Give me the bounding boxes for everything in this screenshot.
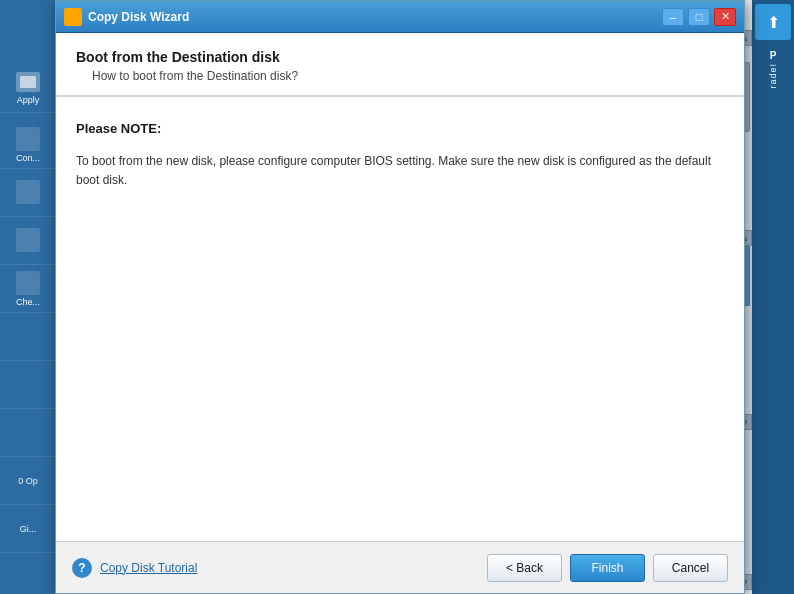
sidebar-item-apply[interactable]: Apply bbox=[0, 65, 56, 113]
sidebar-item-check4[interactable] bbox=[0, 409, 56, 457]
sidebar-item-clean2[interactable] bbox=[0, 217, 56, 265]
help-icon[interactable]: ? bbox=[72, 558, 92, 578]
dialog-titlebar: ⚙ Copy Disk Wizard – □ ✕ bbox=[56, 1, 744, 33]
sidebar-ops-label: 0 Op bbox=[18, 476, 38, 486]
footer-buttons: < Back Finish Cancel bbox=[487, 554, 728, 582]
finish-button[interactable]: Finish bbox=[570, 554, 645, 582]
cancel-button[interactable]: Cancel bbox=[653, 554, 728, 582]
header-subtitle: How to boot from the Destination disk? bbox=[76, 69, 724, 83]
minimize-button[interactable]: – bbox=[662, 8, 684, 26]
dialog-footer: ? Copy Disk Tutorial < Back Finish Cance… bbox=[56, 541, 744, 593]
sidebar-item-ops[interactable]: 0 Op bbox=[0, 457, 56, 505]
sidebar-gi-label: Gi... bbox=[20, 524, 37, 534]
titlebar-buttons: – □ ✕ bbox=[662, 8, 736, 26]
dialog-body: Please NOTE: To boot from the new disk, … bbox=[56, 97, 744, 541]
sidebar-item-clean[interactable] bbox=[0, 169, 56, 217]
close-button[interactable]: ✕ bbox=[714, 8, 736, 26]
dialog-title: Copy Disk Wizard bbox=[88, 10, 662, 24]
note-text: To boot from the new disk, please config… bbox=[76, 152, 724, 190]
sidebar: Apply Con... Che... 0 Op Gi... bbox=[0, 0, 56, 594]
sidebar-check-label: Che... bbox=[16, 297, 40, 307]
sidebar-item-convert[interactable]: Con... bbox=[0, 121, 56, 169]
footer-left: ? Copy Disk Tutorial bbox=[72, 558, 487, 578]
sidebar-item-check2[interactable] bbox=[0, 313, 56, 361]
back-button[interactable]: < Back bbox=[487, 554, 562, 582]
copy-disk-wizard-dialog: ⚙ Copy Disk Wizard – □ ✕ Boot from the D… bbox=[55, 0, 745, 594]
upgrade-text: rade! bbox=[768, 63, 778, 89]
sidebar-convert-label: Con... bbox=[16, 153, 40, 163]
sidebar-apply-label: Apply bbox=[17, 95, 40, 105]
maximize-button[interactable]: □ bbox=[688, 8, 710, 26]
sidebar-item-gi[interactable]: Gi... bbox=[0, 505, 56, 553]
wizard-icon: ⚙ bbox=[64, 8, 82, 26]
sidebar-item-check[interactable]: Che... bbox=[0, 265, 56, 313]
upgrade-label: P bbox=[770, 50, 777, 61]
upgrade-btn-icon[interactable]: ⬆ bbox=[755, 4, 791, 40]
note-heading: Please NOTE: bbox=[76, 121, 724, 136]
dialog-header: Boot from the Destination disk How to bo… bbox=[56, 33, 744, 96]
header-title: Boot from the Destination disk bbox=[76, 49, 724, 65]
sidebar-item-check3[interactable] bbox=[0, 361, 56, 409]
upgrade-panel: ⬆ P rade! bbox=[752, 0, 794, 594]
dialog-content: Boot from the Destination disk How to bo… bbox=[56, 33, 744, 593]
help-link[interactable]: Copy Disk Tutorial bbox=[100, 561, 197, 575]
